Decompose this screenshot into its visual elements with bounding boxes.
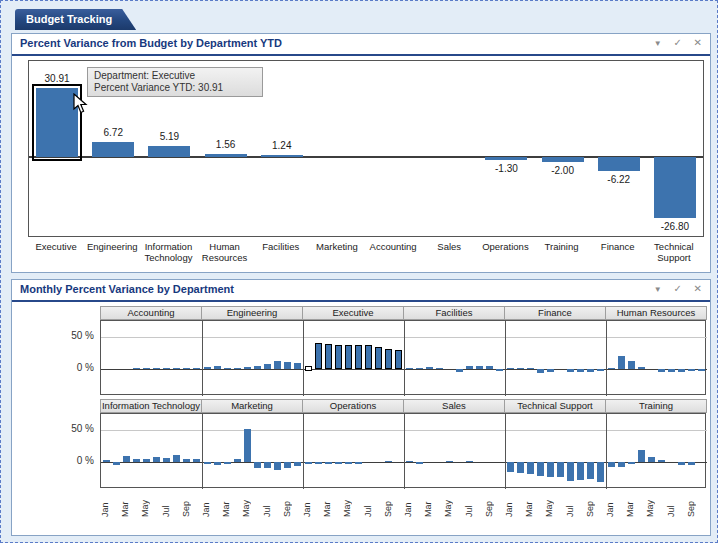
panel-close-icon[interactable]: ✕	[694, 37, 702, 48]
bar[interactable]	[537, 462, 544, 476]
bar[interactable]	[567, 462, 574, 481]
trellis-dept-header[interactable]: Executive	[302, 306, 404, 320]
bar[interactable]	[173, 368, 180, 370]
panel-check-icon[interactable]: ✓	[673, 37, 681, 48]
bar[interactable]	[648, 457, 655, 462]
bar[interactable]	[345, 345, 352, 369]
bar[interactable]	[678, 369, 685, 372]
bar[interactable]	[204, 367, 211, 369]
bar[interactable]	[224, 368, 231, 370]
bar[interactable]	[406, 368, 413, 370]
bar[interactable]	[123, 456, 130, 462]
bar[interactable]	[385, 461, 392, 463]
bar[interactable]	[416, 462, 423, 464]
bar[interactable]	[476, 366, 483, 369]
bar[interactable]	[234, 459, 241, 462]
bar[interactable]	[345, 462, 352, 464]
bar[interactable]	[205, 154, 247, 158]
bar[interactable]	[204, 462, 211, 464]
bar[interactable]	[234, 368, 241, 370]
trellis-dept-header[interactable]: Engineering	[201, 306, 303, 320]
bar[interactable]	[517, 462, 524, 473]
bar[interactable]	[261, 155, 303, 158]
bar[interactable]	[214, 462, 221, 465]
bar[interactable]	[436, 368, 443, 370]
panel-menu-icon[interactable]: ▼	[654, 39, 662, 48]
bar[interactable]	[608, 462, 615, 467]
panel-menu-icon[interactable]: ▼	[654, 285, 662, 294]
bar[interactable]	[507, 368, 514, 370]
bar[interactable]	[305, 366, 312, 371]
bar[interactable]	[547, 462, 554, 477]
bar[interactable]	[527, 462, 534, 474]
bar[interactable]	[507, 462, 514, 472]
bar[interactable]	[214, 366, 221, 369]
bar[interactable]	[274, 462, 281, 470]
bar[interactable]	[446, 461, 453, 463]
bar[interactable]	[385, 349, 392, 369]
bar[interactable]	[628, 462, 635, 464]
bar[interactable]	[325, 462, 332, 464]
bar[interactable]	[335, 462, 342, 464]
bar[interactable]	[163, 458, 170, 462]
bar[interactable]	[597, 369, 604, 371]
bar[interactable]	[486, 366, 493, 369]
bar[interactable]	[92, 142, 134, 157]
bar[interactable]	[224, 462, 231, 464]
bar[interactable]	[264, 364, 271, 369]
bar[interactable]	[264, 462, 271, 468]
bar[interactable]	[133, 368, 140, 370]
bar[interactable]	[148, 146, 190, 158]
bar[interactable]	[517, 368, 524, 370]
bar[interactable]	[496, 369, 503, 371]
bar[interactable]	[284, 462, 291, 468]
panel-close-icon[interactable]: ✕	[694, 283, 702, 294]
bar[interactable]	[577, 369, 584, 372]
trellis-dept-header[interactable]: Operations	[302, 399, 404, 413]
bar[interactable]	[173, 455, 180, 462]
bar[interactable]	[365, 345, 372, 369]
bar[interactable]	[153, 457, 160, 462]
bar[interactable]	[274, 361, 281, 369]
bar[interactable]	[587, 369, 594, 372]
bar[interactable]	[542, 157, 584, 161]
bar[interactable]	[315, 343, 322, 369]
bar[interactable]	[688, 369, 695, 371]
bar[interactable]	[183, 368, 190, 370]
bar[interactable]	[294, 363, 301, 369]
trellis-dept-header[interactable]: Sales	[403, 399, 505, 413]
bar[interactable]	[608, 368, 615, 370]
trellis-dept-header[interactable]: Information Technology	[100, 399, 202, 413]
bar[interactable]	[567, 369, 574, 372]
bar[interactable]	[163, 368, 170, 370]
bar[interactable]	[244, 367, 251, 369]
bar[interactable]	[305, 462, 312, 464]
bar[interactable]	[527, 368, 534, 370]
bar[interactable]	[284, 362, 291, 369]
trellis-dept-header[interactable]: Training	[605, 399, 707, 413]
bar[interactable]	[153, 368, 160, 370]
bar[interactable]	[113, 462, 120, 465]
bar[interactable]	[335, 345, 342, 369]
bar[interactable]	[654, 157, 696, 217]
bar[interactable]	[628, 361, 635, 369]
bar[interactable]	[618, 462, 625, 467]
bar[interactable]	[294, 462, 301, 466]
bar[interactable]	[315, 462, 322, 464]
bar[interactable]	[254, 366, 261, 369]
bar[interactable]	[668, 369, 675, 372]
tab-budget-tracking[interactable]: Budget Tracking	[15, 9, 136, 30]
trellis-dept-header[interactable]: Finance	[504, 306, 606, 320]
bar[interactable]	[577, 462, 584, 480]
bar[interactable]	[537, 369, 544, 373]
bar[interactable]	[547, 369, 554, 372]
bar[interactable]	[638, 367, 645, 369]
bar[interactable]	[143, 368, 150, 370]
bar[interactable]	[325, 344, 332, 369]
bar[interactable]	[485, 157, 527, 160]
bar[interactable]	[698, 369, 705, 371]
bar[interactable]	[416, 368, 423, 370]
bar[interactable]	[183, 459, 190, 462]
bar[interactable]	[658, 460, 665, 462]
bar[interactable]	[466, 366, 473, 369]
